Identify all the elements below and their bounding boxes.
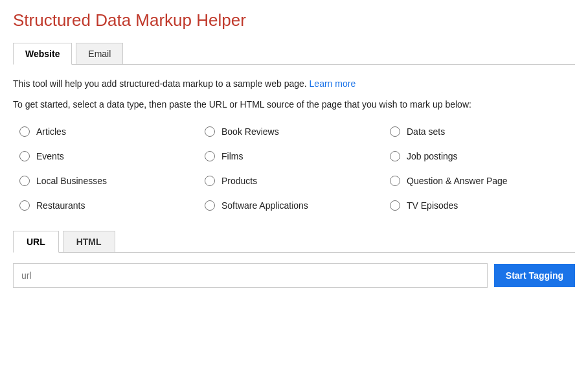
radio-software-applications[interactable]: Software Applications: [205, 200, 390, 211]
description-text: This tool will help you add structured-d…: [13, 76, 575, 91]
radio-restaurants-label: Restaurants: [36, 200, 85, 211]
radio-question-answer[interactable]: Question & Answer Page: [390, 176, 575, 186]
radio-local-businesses-label: Local Businesses: [36, 176, 107, 186]
radio-job-postings[interactable]: Job postings: [390, 151, 575, 161]
radio-products-input[interactable]: [205, 176, 215, 186]
radio-tv-episodes-input[interactable]: [390, 200, 400, 211]
radio-local-businesses-input[interactable]: [19, 176, 30, 186]
learn-more-link[interactable]: Learn more: [310, 78, 356, 89]
radio-articles-label: Articles: [36, 126, 66, 137]
radio-data-sets-input[interactable]: [390, 126, 400, 137]
radio-book-reviews[interactable]: Book Reviews: [205, 126, 390, 137]
tab-html[interactable]: HTML: [63, 231, 115, 252]
radio-book-reviews-label: Book Reviews: [221, 126, 279, 137]
radio-articles-input[interactable]: [19, 126, 30, 137]
radio-tv-episodes-label: TV Episodes: [407, 200, 458, 211]
radio-events[interactable]: Events: [19, 151, 205, 161]
radio-data-sets-label: Data sets: [407, 126, 445, 137]
radio-products[interactable]: Products: [205, 176, 390, 186]
radio-events-input[interactable]: [19, 151, 30, 161]
instruction-text: To get started, select a data type, then…: [13, 97, 575, 112]
radio-tv-episodes[interactable]: TV Episodes: [390, 200, 575, 211]
url-row: Start Tagging: [13, 263, 575, 288]
radio-restaurants-input[interactable]: [19, 200, 30, 211]
radio-question-answer-input[interactable]: [390, 176, 400, 186]
radio-software-applications-input[interactable]: [205, 200, 215, 211]
start-tagging-button[interactable]: Start Tagging: [494, 264, 575, 287]
radio-products-label: Products: [221, 176, 257, 186]
radio-restaurants[interactable]: Restaurants: [19, 200, 205, 211]
tab-url[interactable]: URL: [13, 231, 59, 253]
radio-films[interactable]: Films: [205, 151, 390, 161]
radio-job-postings-label: Job postings: [407, 151, 458, 161]
url-input[interactable]: [13, 263, 488, 288]
radio-book-reviews-input[interactable]: [205, 126, 215, 137]
radio-articles[interactable]: Articles: [19, 126, 205, 137]
radio-films-input[interactable]: [205, 151, 215, 161]
main-tabs: Website Email: [13, 42, 575, 65]
input-tabs: URL HTML: [13, 230, 575, 253]
page-title: Structured Data Markup Helper: [13, 10, 575, 30]
radio-local-businesses[interactable]: Local Businesses: [19, 176, 205, 186]
data-type-grid: Articles Book Reviews Data sets Events F…: [13, 126, 575, 211]
radio-software-applications-label: Software Applications: [221, 200, 308, 211]
description-static: This tool will help you add structured-d…: [13, 78, 307, 89]
radio-films-label: Films: [221, 151, 243, 161]
radio-events-label: Events: [36, 151, 64, 161]
radio-question-answer-label: Question & Answer Page: [407, 176, 508, 186]
tab-website[interactable]: Website: [13, 43, 72, 65]
radio-job-postings-input[interactable]: [390, 151, 400, 161]
tab-email[interactable]: Email: [76, 43, 123, 64]
radio-data-sets[interactable]: Data sets: [390, 126, 575, 137]
